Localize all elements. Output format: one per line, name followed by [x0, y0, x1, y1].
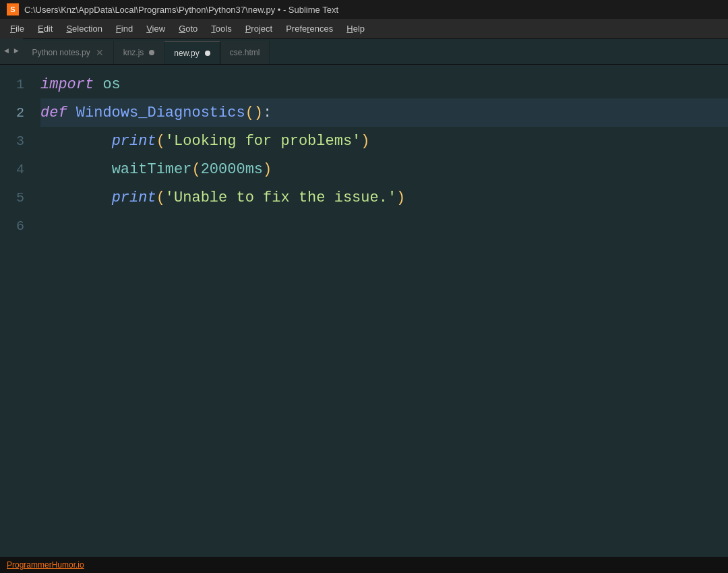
code-line-6 — [40, 212, 728, 240]
line-numbers: 1 2 3 4 5 6 — [0, 65, 34, 557]
menu-preferences[interactable]: Preferences — [279, 21, 340, 36]
tab-label: cse.html — [230, 48, 260, 57]
menu-bar: File Edit Selection Find View Goto Tools… — [0, 19, 728, 39]
tab-python-notes[interactable]: Python notes.py ✕ — [23, 41, 114, 64]
line-num-1: 1 — [0, 70, 34, 98]
paren-open: ( — [156, 189, 165, 206]
tab-nav-arrows[interactable]: ◄ ► — [0, 38, 23, 64]
menu-selection[interactable]: Selection — [59, 21, 109, 36]
editor: 1 2 3 4 5 6 import os def Windows_Diagno… — [0, 65, 728, 557]
title-bar: S C:\Users\Knz\AppData\Local\Programs\Py… — [0, 0, 728, 19]
code-line-2: def Windows_Diagnostics ( ) : — [40, 98, 728, 127]
menu-find[interactable]: Find — [109, 21, 140, 36]
indent — [40, 189, 112, 206]
line-num-2: 2 — [0, 98, 34, 127]
menu-tools[interactable]: Tools — [204, 21, 238, 36]
watermark: ProgrammerHumor.io — [7, 560, 84, 570]
code-line-4: waitTimer ( 20000ms ) — [40, 155, 728, 183]
tab-modified-dot — [149, 50, 154, 55]
tab-csehtml[interactable]: cse.html — [220, 41, 270, 64]
tab-label: knz.js — [123, 48, 144, 57]
menu-edit[interactable]: Edit — [31, 21, 59, 36]
code-space — [94, 76, 102, 93]
line-num-3: 3 — [0, 127, 34, 155]
menu-file[interactable]: File — [3, 21, 31, 36]
paren-close: ) — [254, 104, 263, 121]
status-bar: ProgrammerHumor.io — [0, 557, 728, 573]
paren-open: ( — [156, 133, 165, 150]
code-space — [67, 104, 76, 121]
module-os: os — [102, 76, 120, 93]
paren-close: ) — [396, 189, 405, 206]
tab-close-icon[interactable]: ✕ — [96, 47, 104, 58]
paren-close: ) — [361, 133, 369, 150]
menu-project[interactable]: Project — [239, 21, 279, 36]
tab-label: new.py — [174, 49, 199, 58]
sublime-icon: S — [7, 3, 19, 16]
string-2: 'Unable to fix the issue.' — [165, 189, 396, 206]
keyword-import: import — [40, 76, 94, 93]
fn-print-2: print — [112, 189, 156, 206]
tab-newpy[interactable]: new.py — [164, 41, 220, 64]
tab-label: Python notes.py — [32, 48, 90, 57]
function-name: Windows_Diagnostics — [76, 104, 245, 121]
menu-help[interactable]: Help — [340, 21, 371, 36]
keyword-def: def — [40, 104, 67, 121]
fn-wait: waitTimer — [112, 161, 192, 178]
code-line-1: import os — [40, 70, 728, 98]
tab-knzjs[interactable]: knz.js — [114, 41, 165, 64]
indent — [40, 133, 112, 150]
menu-view[interactable]: View — [140, 21, 172, 36]
fn-print-1: print — [112, 133, 156, 150]
paren-close: ) — [263, 161, 272, 178]
code-area[interactable]: import os def Windows_Diagnostics ( ) : … — [34, 65, 728, 557]
wait-arg: 20000ms — [201, 161, 263, 178]
code-line-5: print ( 'Unable to fix the issue.' ) — [40, 183, 728, 212]
indent — [40, 161, 112, 178]
line-num-4: 4 — [0, 155, 34, 183]
tab-modified-dot — [205, 51, 210, 56]
line-num-5: 5 — [0, 183, 34, 212]
code-line-3: print ( 'Looking for problems' ) — [40, 127, 728, 155]
empty-line — [40, 218, 49, 235]
paren-open: ( — [191, 161, 200, 178]
tab-bar: ◄ ► Python notes.py ✕ knz.js new.py cse.… — [0, 39, 728, 65]
paren-open: ( — [245, 104, 254, 121]
colon: : — [263, 104, 272, 121]
menu-goto[interactable]: Goto — [172, 21, 204, 36]
title-text: C:\Users\Knz\AppData\Local\Programs\Pyth… — [24, 5, 338, 15]
string-1: 'Looking for problems' — [165, 133, 361, 150]
line-num-6: 6 — [0, 212, 34, 240]
